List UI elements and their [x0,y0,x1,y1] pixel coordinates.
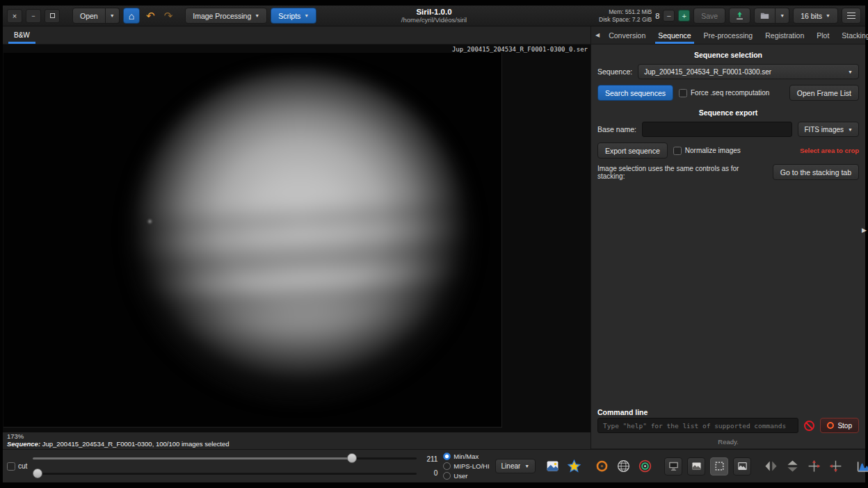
tab-bw[interactable]: B&W [6,26,38,44]
save-button[interactable]: Save [693,8,725,24]
radio-minmax[interactable]: Min/Max [443,452,489,461]
mirror-x-button[interactable] [762,458,779,475]
image-processing-button[interactable]: Image Processing▼ [185,8,267,24]
home-button[interactable]: ⌂ [123,8,140,24]
celestial-grid-button[interactable] [615,458,632,475]
display-mode-dropdown[interactable]: Linear ▼ [495,459,536,473]
save-as-button[interactable] [729,8,750,24]
mirror-y-icon [785,459,800,473]
open-recent-dropdown[interactable]: ▼ [106,8,120,24]
selection-mode-button[interactable] [710,457,728,475]
negative-view-button[interactable] [544,458,561,475]
low-threshold-value: 0 [422,469,437,477]
radio-mips[interactable]: MIPS-LO/HI [443,462,489,471]
threads-increase-button[interactable]: + [678,10,690,22]
tabs-scroll-left-icon[interactable]: ◀ [593,26,602,44]
select-area-hint: Select area to crop [800,147,859,154]
flip-vertical-button[interactable] [827,458,844,475]
panel-collapse-handle[interactable]: ▶ [862,227,867,234]
tab-sequence[interactable]: Sequence [652,26,697,44]
tab-conversion[interactable]: Conversion [602,26,652,44]
export-arrow-icon [734,10,745,21]
stop-icon [827,422,834,429]
tab-stacking[interactable]: Stacking [835,26,868,44]
sequence-tab-content: Sequence selection Sequence: Jup_200415_… [591,44,865,449]
radio-user[interactable]: User [443,471,489,480]
dynamic-psf-button[interactable] [636,458,653,475]
open-frame-list-button[interactable]: Open Frame List [789,85,859,101]
mirror-x-icon [764,459,778,473]
bit-depth-dropdown[interactable]: 16 bits▼ [793,8,838,24]
image-filename-overlay: Jup_200415_204534_R_F0001-0300_0.ser [452,46,588,53]
slider-track[interactable] [33,473,417,475]
zoom-one-to-one-button[interactable] [687,457,705,475]
right-panel: ◀ Conversion Sequence Pre-processing Reg… [591,26,865,449]
radio-icon [443,453,451,460]
threshold-values: 211 0 [422,455,437,477]
redo-button[interactable]: ↷ [161,8,176,24]
photometry-button[interactable] [565,458,582,475]
checkbox-icon [7,462,15,471]
base-name-input[interactable] [642,122,792,137]
cut-checkbox[interactable]: cut [7,462,27,471]
sequence-selection-title: Sequence selection [591,51,865,59]
undo-button[interactable]: ↶ [143,8,158,24]
export-sequence-button[interactable]: Export sequence [597,143,668,158]
minimize-button[interactable]: − [26,9,41,23]
chevron-down-icon: ▼ [110,13,115,18]
display-controls-bar: cut 211 0 Min/Max MIPS-LO/HI User Linear [3,449,865,482]
orange-circle-icon [595,459,609,473]
main-area: B&W Jup_200415_204534_R_F0001-0300_0.ser… [3,26,865,449]
tab-registration[interactable]: Registration [759,26,810,44]
memory-usage: Mem: 551.2 MiB [599,8,652,16]
app-title: Siril-1.0.0 [416,8,451,17]
high-threshold-value: 211 [422,455,437,463]
image-frame[interactable] [3,53,502,428]
working-directory: /home/cyril/Vidéos/siril [401,17,467,24]
command-status-icon [804,421,814,431]
open-folder-button[interactable] [754,8,775,24]
menu-button[interactable] [842,8,861,24]
status-ready: Ready. [591,436,865,449]
undo-icon: ↶ [146,10,155,22]
low-threshold-slider[interactable] [33,469,417,479]
photo-negative-icon [545,459,560,473]
export-format-dropdown[interactable]: FITS images ▼ [798,122,859,137]
histogram-button[interactable] [855,458,868,475]
go-to-stacking-button[interactable]: Go to the stacking tab [773,164,859,180]
histogram-icon [856,459,868,473]
tab-pre-processing[interactable]: Pre-processing [698,26,760,44]
chevron-down-icon: ▼ [848,127,853,132]
flip-horizontal-button[interactable] [805,458,822,475]
maximize-button[interactable] [45,9,60,23]
stop-button[interactable]: Stop [820,418,859,433]
tab-plot[interactable]: Plot [810,26,835,44]
folder-dropdown[interactable]: ▼ [775,8,789,24]
scripts-button[interactable]: Scripts▼ [271,8,316,24]
search-sequences-button[interactable]: Search sequences [597,85,673,101]
normalize-images-checkbox[interactable]: Normalize images [673,147,741,155]
threads-decrease-button[interactable]: − [663,10,675,22]
image-canvas[interactable]: Jup_200415_204534_R_F0001-0300_0.ser [3,44,590,432]
sequence-combobox[interactable]: Jup_200415_204534_R_F0001-0300.ser ▼ [638,64,859,79]
moon-dot [147,218,153,225]
viewer-tabstrip: B&W [3,26,590,44]
background-extraction-button[interactable] [593,458,610,475]
minus-icon: − [667,12,671,20]
command-input[interactable] [597,418,798,433]
open-button[interactable]: Open [72,8,106,24]
slider-knob[interactable] [347,453,357,463]
high-threshold-slider[interactable] [33,453,417,464]
checkbox-icon [679,89,687,97]
titlebar-right: Mem: 551.2 MiB Disk Space: 7.2 GiB 8 − +… [599,8,861,24]
close-button[interactable]: × [7,9,22,23]
open-split-button: Open ▼ [72,8,120,24]
home-icon: ⌂ [129,10,134,22]
fit-to-screen-button[interactable] [664,457,682,475]
plus-icon: + [682,12,686,20]
snapshot-button[interactable] [733,457,751,475]
sequence-export-title: Sequence export [591,108,865,117]
mirror-y-button[interactable] [784,458,801,475]
force-seq-recomputation-checkbox[interactable]: Force .seq recomputation [679,89,769,97]
slider-knob[interactable] [33,469,42,478]
